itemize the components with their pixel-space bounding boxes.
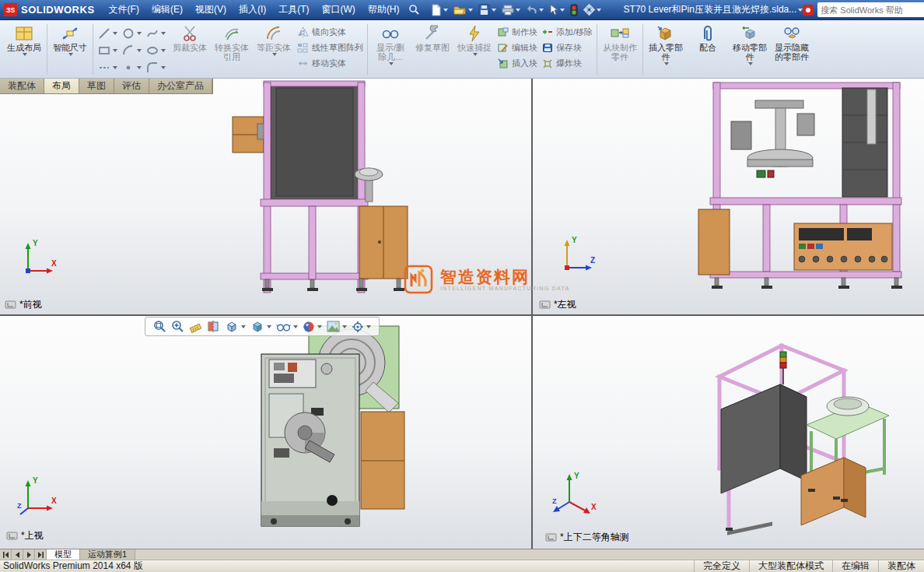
tab-sketch[interactable]: 草图: [79, 79, 114, 93]
3ds-logo-icon: ЗS: [4, 3, 17, 16]
add-remove-button[interactable]: 添加/移除: [540, 26, 595, 39]
select-button[interactable]: [547, 2, 567, 17]
menu-edit[interactable]: 编辑(E): [145, 0, 189, 20]
rebuild-button[interactable]: [568, 2, 580, 18]
print-button[interactable]: [499, 3, 523, 17]
motion-study-tab[interactable]: 运动算例1: [80, 549, 135, 560]
menu-help[interactable]: 帮助(H): [362, 0, 406, 20]
centerline-tool-button[interactable]: [96, 59, 119, 76]
options-button[interactable]: [581, 2, 604, 17]
solidworks-logo: ЗS SOLIDWORKS: [0, 3, 103, 16]
point-tool-button[interactable]: [121, 59, 143, 76]
dropdown-caret: [161, 32, 166, 35]
tab-office-products[interactable]: 办公室产品: [149, 79, 212, 93]
measure-button[interactable]: [188, 319, 203, 334]
save-block-button[interactable]: 保存块: [540, 41, 595, 54]
section-view-button[interactable]: [206, 319, 221, 334]
menu-insert[interactable]: 插入(I): [233, 0, 272, 20]
menu-view[interactable]: 视图(V): [189, 0, 233, 20]
last-tab-button[interactable]: [35, 549, 47, 560]
apply-scene-button[interactable]: [326, 320, 348, 333]
show-hidden-components-button[interactable]: 显示隐藏的零部件: [771, 22, 813, 77]
zoom-area-button[interactable]: [170, 319, 185, 334]
dropdown-caret: [161, 49, 166, 52]
repair-sketch-button[interactable]: 修复草图: [411, 22, 453, 77]
make-block-button[interactable]: 制作块: [495, 26, 540, 39]
relations-glasses-icon: [381, 25, 400, 42]
viewport-left[interactable]: Y Z *左视: [533, 79, 924, 314]
save-button[interactable]: [476, 2, 499, 17]
next-tab-button[interactable]: [23, 549, 35, 560]
create-layout-icon: [15, 25, 33, 42]
view-settings-button[interactable]: [351, 320, 372, 334]
first-tab-icon: [2, 552, 9, 558]
insert-components-button[interactable]: 插入零部件: [645, 22, 687, 77]
magnifier-icon: [408, 4, 420, 16]
display-style-button[interactable]: [250, 319, 272, 334]
hide-show-items-button[interactable]: [275, 320, 299, 333]
fillet-tool-button[interactable]: [145, 59, 167, 76]
insert-block-button[interactable]: 插入块: [495, 57, 540, 70]
mate-button[interactable]: 配合: [687, 22, 729, 77]
explode-block-button[interactable]: 爆炸块: [540, 57, 595, 70]
command-manager-tab-strip: 装配体 布局 草图 评估 办公室产品: [0, 79, 213, 94]
view-orientation-button[interactable]: [224, 319, 247, 334]
rectangle-tool-button[interactable]: [96, 42, 119, 59]
open-document-button[interactable]: [451, 3, 475, 17]
line-tool-button[interactable]: [96, 25, 119, 42]
undo-button[interactable]: [523, 3, 546, 17]
sketch-tools-column: 镜向实体 线性草图阵列 移动实体: [295, 22, 366, 77]
dropdown-caret: [492, 9, 496, 12]
heads-up-view-toolbar: [145, 317, 380, 336]
dropdown-caret: [748, 62, 753, 65]
circle-tool-button[interactable]: [121, 25, 143, 42]
menu-file[interactable]: 文件(F): [103, 0, 145, 20]
top-view-triad: Y X Z: [17, 474, 59, 518]
create-layout-button[interactable]: 生成布局: [3, 22, 45, 77]
mirror-entities-button[interactable]: 镜向实体: [295, 26, 366, 39]
first-tab-button[interactable]: [0, 549, 12, 560]
smart-dimension-button[interactable]: 智能尺寸: [49, 22, 91, 77]
edit-block-button[interactable]: 编辑块: [495, 41, 540, 54]
view-label-icon: [6, 532, 18, 540]
previous-tab-button[interactable]: [12, 549, 23, 560]
trim-entities-button[interactable]: 剪裁实体: [169, 22, 211, 77]
viewport-top[interactable]: Y X Z *上视: [0, 316, 531, 549]
menu-window[interactable]: 窗口(W): [316, 0, 362, 20]
quick-access-toolbar: [429, 2, 604, 18]
status-fully-defined: 完全定义: [694, 560, 749, 572]
help-search-box[interactable]: [817, 2, 924, 17]
menu-tools[interactable]: 工具(T): [272, 0, 315, 20]
svg-text:X: X: [51, 259, 57, 268]
move-component-button[interactable]: 移动零部件: [729, 22, 771, 77]
left-view-label: *左视: [539, 298, 576, 311]
view-label-icon: [545, 533, 557, 542]
document-title[interactable]: ST70 Lever和Pin压装并且激光焊接.slda...: [624, 3, 803, 16]
new-document-button[interactable]: [429, 2, 450, 18]
tab-assembly[interactable]: 装配体: [0, 79, 44, 93]
button-label: 制作块: [512, 26, 537, 38]
ellipse-tool-button[interactable]: [145, 42, 167, 59]
viewport-isometric[interactable]: Y X Z *上下二等角轴测: [533, 316, 924, 549]
tab-layout[interactable]: 布局: [44, 79, 79, 93]
quick-snaps-lightning-icon: [467, 25, 481, 42]
make-part-from-block-button[interactable]: 从块制作零件: [599, 22, 641, 77]
dropdown-caret: [272, 53, 277, 56]
help-search-input[interactable]: [821, 5, 924, 15]
tab-evaluate[interactable]: 评估: [114, 79, 149, 93]
model-tab[interactable]: 模型: [47, 549, 80, 560]
view-label-icon: [5, 300, 16, 309]
linear-sketch-pattern-button[interactable]: 线性草图阵列: [295, 41, 366, 54]
zoom-fit-button[interactable]: [152, 319, 167, 334]
move-entities-button[interactable]: 移动实体: [295, 57, 366, 70]
dropdown-caret: [113, 32, 117, 35]
display-delete-relations-button[interactable]: 显示/删除几...: [369, 22, 411, 77]
quick-snaps-button[interactable]: 快速捕捉: [453, 22, 495, 77]
edit-appearance-button[interactable]: [302, 320, 323, 334]
arc-tool-button[interactable]: [121, 42, 143, 59]
spline-tool-button[interactable]: [145, 25, 167, 42]
button-label: 添加/移除: [556, 26, 593, 38]
offset-entities-button[interactable]: 等距实体: [253, 22, 295, 77]
convert-entities-button[interactable]: 转换实体引用: [211, 22, 253, 77]
command-search-button[interactable]: [406, 2, 422, 17]
